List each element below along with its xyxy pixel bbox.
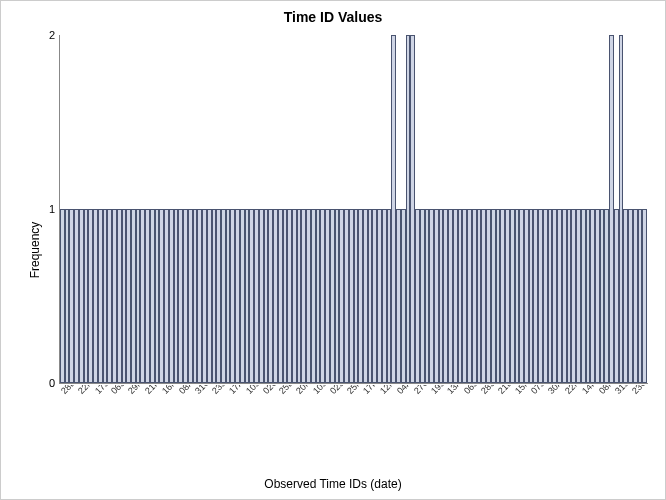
bars-group [60,35,648,383]
chart-title: Time ID Values [1,9,665,25]
y-tick-label: 1 [37,203,55,215]
y-tick-label: 2 [37,29,55,41]
chart-container: Time ID Values Frequency 012 28Dec4822Ma… [0,0,666,500]
y-tick-label: 0 [37,377,55,389]
plot-area [59,35,648,384]
bar [642,209,647,383]
y-ticks: 012 [37,35,55,383]
x-ticks: 28Dec4822Mar4917Jun4906Sep4929Nov4921Feb… [59,385,647,473]
x-axis-label: Observed Time IDs (date) [1,477,665,491]
